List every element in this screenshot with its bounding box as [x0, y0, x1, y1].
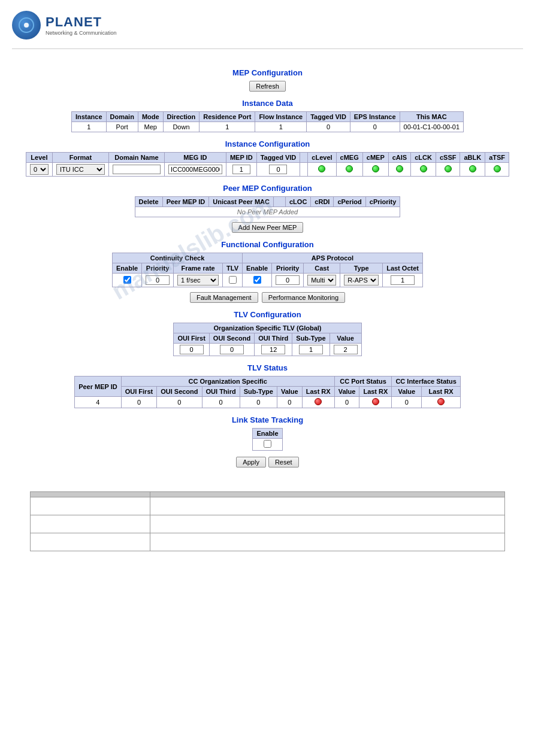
- cc-enable-checkbox[interactable]: [123, 276, 131, 284]
- tlv-value-input[interactable]: [334, 345, 358, 354]
- peer-col-cpriority: cPriority: [365, 197, 400, 207]
- aps-priority-cell: [272, 274, 304, 287]
- ts-sub-port-last-rx: Last RX: [359, 387, 392, 397]
- col-domain-name: Domain Name: [108, 153, 164, 163]
- instance-config-table-wrapper: Level Format Domain Name MEG ID MEP ID T…: [30, 152, 505, 177]
- ts-iface-value: 0: [392, 397, 422, 408]
- ic-level: 01234567: [26, 163, 52, 177]
- ic-cais: [388, 163, 410, 177]
- cc-priority-input[interactable]: [146, 275, 170, 285]
- ic-ablk: [460, 163, 485, 177]
- ts-col-cc-org: CC Organization Specific: [121, 377, 334, 387]
- cc-tlv-checkbox[interactable]: [229, 276, 237, 284]
- aps-type-select[interactable]: R-APS L-APS: [344, 275, 379, 286]
- instance-config-table: Level Format Domain Name MEG ID MEP ID T…: [26, 152, 509, 177]
- level-select[interactable]: 01234567: [30, 164, 49, 175]
- tlv-oui-third-input[interactable]: [261, 345, 285, 354]
- instance-config-title: Instance Configuration: [30, 139, 505, 148]
- tlv-status-table: Peer MEP ID CC Organization Specific CC …: [74, 376, 461, 408]
- ts-sub-type-val: 0: [240, 397, 277, 408]
- main-content: manualslib.com MEP Configuration Refresh…: [12, 55, 523, 557]
- mep-id-input[interactable]: [232, 165, 250, 174]
- aps-cast-select[interactable]: Multi Uni: [307, 275, 336, 286]
- col-ablk: aBLK: [460, 153, 485, 163]
- aps-type-cell: R-APS L-APS: [340, 274, 383, 287]
- bottom-row1-col2: [150, 497, 505, 515]
- col-format: Format: [52, 153, 108, 163]
- bottom-row2-col1: [31, 515, 150, 533]
- clevel-indicator: [318, 165, 325, 172]
- peer-mep-title: Peer MEP Configuration: [30, 184, 505, 193]
- domain-name-input[interactable]: [113, 165, 161, 174]
- tlv-oui-second-input[interactable]: [220, 345, 244, 354]
- refresh-button-wrapper: Refresh: [30, 81, 505, 92]
- aps-col-type: Type: [340, 263, 383, 274]
- fault-management-button[interactable]: Fault Management: [190, 292, 258, 303]
- tlv-config-title: TLV Configuration: [30, 310, 505, 319]
- aps-priority-input[interactable]: [276, 275, 300, 285]
- cmeg-indicator: [346, 165, 353, 172]
- aps-col-last-octet: Last Octet: [383, 263, 423, 274]
- col-clevel: cLevel: [308, 153, 336, 163]
- col-cais: cAIS: [388, 153, 410, 163]
- tagged-vid-input[interactable]: [269, 165, 287, 174]
- aps-last-octet-input[interactable]: [391, 275, 415, 285]
- cc-tlv-cell: [223, 274, 243, 287]
- table-row: [31, 515, 505, 533]
- link-state-enable-header: Enable: [253, 429, 282, 439]
- ic-format: ITU ICCIEEE String: [52, 163, 108, 177]
- tlv-sub-type-input[interactable]: [299, 345, 323, 354]
- svg-point-1: [24, 23, 29, 28]
- ts-col-cc-iface: CC Interface Status: [392, 377, 460, 387]
- ts-value-val: 0: [277, 397, 302, 408]
- bottom-table: [30, 491, 505, 551]
- aps-last-octet-cell: [383, 274, 423, 287]
- ts-col-peer-mep-id: Peer MEP ID: [75, 377, 122, 397]
- ic-meg-id: [164, 163, 226, 177]
- link-state-enable-checkbox[interactable]: [264, 440, 271, 448]
- clck-indicator: [420, 165, 427, 172]
- cc-last-rx-indicator: [315, 398, 322, 405]
- aps-enable-checkbox[interactable]: [253, 276, 261, 284]
- ic-mep-id: [226, 163, 256, 177]
- table-row: 01234567 ITU ICCIEEE String: [26, 163, 509, 177]
- tlv-oui-first: [174, 344, 209, 356]
- bottom-section: [30, 491, 505, 551]
- cc-frame-rate-select[interactable]: 1 f/sec 10 f/sec 100 f/sec 1 f/min: [177, 275, 219, 286]
- table-row: 4 0 0 0 0 0 0 0: [75, 397, 461, 408]
- col-spacer: [300, 153, 308, 163]
- table-row: [174, 344, 361, 356]
- tlv-oui-first-input[interactable]: [180, 345, 204, 354]
- col-cssf: cSSF: [436, 153, 460, 163]
- peer-col-delete: Delete: [135, 197, 162, 207]
- refresh-button[interactable]: Refresh: [249, 81, 286, 92]
- functional-config-title: Functional Configuration: [30, 240, 505, 249]
- peer-mep-table-wrapper: Delete Peer MEP ID Unicast Peer MAC cLOC…: [30, 196, 505, 217]
- cc-col-frame-rate: Frame rate: [174, 263, 223, 274]
- aps-enable-cell: [243, 274, 272, 287]
- meg-id-input[interactable]: [168, 165, 222, 174]
- apply-button[interactable]: Apply: [236, 457, 266, 467]
- instance-data-direction: Down: [163, 122, 200, 132]
- add-peer-mep-button[interactable]: Add New Peer MEP: [232, 222, 304, 233]
- table-row: 1 f/sec 10 f/sec 100 f/sec 1 f/min Multi: [113, 274, 423, 287]
- table-row: [253, 439, 282, 451]
- bottom-row3-col1: [31, 533, 150, 551]
- mgmt-buttons-wrapper: Fault Management Performance Monitoring: [30, 292, 505, 303]
- ts-sub-iface-last-rx: Last RX: [422, 387, 461, 397]
- ts-sub-port-value: Value: [334, 387, 359, 397]
- performance-monitoring-button[interactable]: Performance Monitoring: [262, 292, 345, 303]
- instance-data-col-residence-port: Residence Port: [200, 112, 255, 122]
- ts-sub-value: Value: [277, 387, 302, 397]
- cc-enable-cell: [113, 274, 142, 287]
- format-select[interactable]: ITU ICCIEEE String: [56, 164, 105, 175]
- action-buttons: Apply Reset: [30, 457, 505, 467]
- instance-data-this-mac: 00-01-C1-00-00-01: [400, 122, 464, 132]
- peer-col-cloc: cLOC: [286, 197, 311, 207]
- instance-data-col-direction: Direction: [163, 112, 200, 122]
- instance-data-col-this-mac: This MAC: [400, 112, 464, 122]
- page-title: MEP Configuration: [30, 68, 505, 77]
- link-state-enable-label: Enable: [256, 430, 278, 437]
- aps-protocol-header: APS Protocol: [243, 253, 423, 263]
- reset-button[interactable]: Reset: [268, 457, 299, 467]
